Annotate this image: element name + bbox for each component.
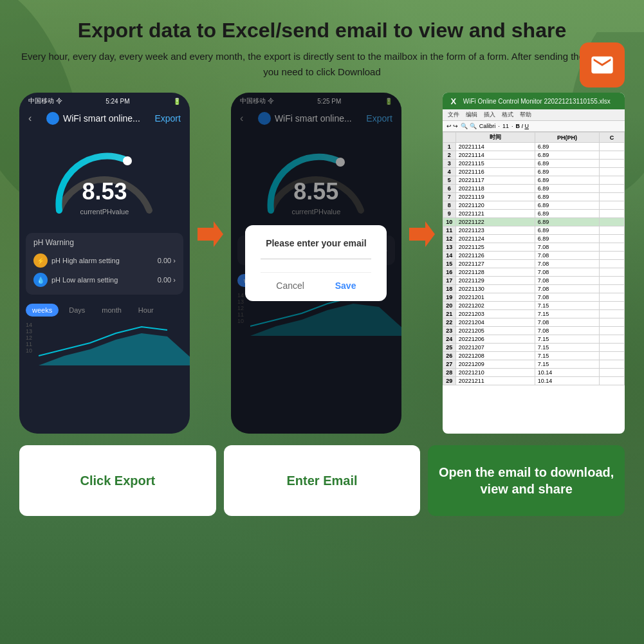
table-row: 19202212017.08 bbox=[443, 293, 624, 302]
phone1-warning: pH Warning ⚡ pH High alarm setting 0.00 … bbox=[26, 233, 183, 295]
chart-svg-1 bbox=[39, 324, 190, 365]
card-open-email: Open the email to download, view and sha… bbox=[428, 445, 625, 516]
dialog-title: Please enter your email bbox=[261, 238, 371, 248]
table-row: 22202212047.08 bbox=[443, 318, 624, 327]
table-row: 9202211216.89 bbox=[443, 210, 624, 218]
table-row: 5202211176.89 bbox=[443, 176, 624, 185]
phone1-gauge: 8.53 currentPHvalue bbox=[19, 130, 190, 233]
table-row: 3202211156.89 bbox=[443, 160, 624, 168]
tab-hour[interactable]: Hour bbox=[132, 304, 160, 317]
table-row: 6202211186.89 bbox=[443, 185, 624, 193]
tab-weeks[interactable]: weeks bbox=[26, 304, 59, 317]
table-row: 11202211236.89 bbox=[443, 226, 624, 235]
table-row: 20202212027.15 bbox=[443, 302, 624, 310]
excel-title-bar: X WiFi Online Control Monitor 2202212131… bbox=[443, 93, 625, 109]
table-row: 12202211246.89 bbox=[443, 235, 624, 243]
excel-grid: 时间 PH(PH) C 1202211146.892202211146.8932… bbox=[443, 132, 625, 385]
page-title: Export data to Excel/send email to view … bbox=[19, 18, 625, 42]
email-icon bbox=[580, 42, 625, 87]
warning-orange-dot: ⚡ bbox=[33, 253, 48, 268]
email-input-line[interactable] bbox=[261, 259, 371, 259]
table-row: 4202211166.89 bbox=[443, 168, 624, 176]
phone1-chart: 1413121110 bbox=[19, 320, 190, 365]
table-row: 24202212067.15 bbox=[443, 335, 624, 344]
table-row: 2202211146.89 bbox=[443, 151, 624, 160]
table-row: 18202211307.08 bbox=[443, 285, 624, 293]
excel-menu-bar: 文件 编辑 插入 格式 帮助 bbox=[443, 109, 625, 121]
email-dialog: Please enter your email Cancel Save bbox=[245, 225, 387, 301]
save-button[interactable]: Save bbox=[335, 281, 356, 291]
table-row: 27202212097.15 bbox=[443, 360, 624, 369]
table-row: 8202211206.89 bbox=[443, 201, 624, 210]
table-row: 292022121110.14 bbox=[443, 377, 624, 385]
excel-mockup: X WiFi Online Control Monitor 2202212131… bbox=[443, 93, 625, 434]
table-row: 282022121010.14 bbox=[443, 369, 624, 377]
warning-high: ⚡ pH High alarm setting 0.00 › bbox=[33, 251, 176, 270]
card-enter-email: Enter Email bbox=[224, 445, 421, 516]
arrow-1 bbox=[198, 221, 223, 247]
excel-toolbar: ↩ ↪ 🔍 🔍 Calibri · 11 · B I U bbox=[443, 121, 625, 132]
phone1-mockup: 中国移动 令 5:24 PM 🔋 ‹ WiFi smart online... … bbox=[19, 93, 190, 434]
page-subtitle: Every hour, every day, every week and ev… bbox=[19, 49, 625, 80]
excel-x-icon: X bbox=[448, 95, 459, 107]
warning-blue-dot: 💧 bbox=[33, 273, 48, 287]
card-click-export: Click Export bbox=[19, 445, 216, 516]
table-row: 23202212057.08 bbox=[443, 327, 624, 335]
table-row: 15202211277.08 bbox=[443, 260, 624, 268]
bottom-cards: Click Export Enter Email Open the email … bbox=[19, 445, 625, 516]
phone2-mockup: 中国移动 令 5:25 PM 🔋 ‹ WiFi smart online... … bbox=[231, 93, 401, 434]
tab-month[interactable]: month bbox=[95, 304, 128, 317]
table-row: 26202212087.15 bbox=[443, 352, 624, 360]
svg-marker-4 bbox=[198, 221, 223, 247]
table-row: 13202211257.08 bbox=[443, 243, 624, 252]
tab-days[interactable]: Days bbox=[62, 304, 91, 317]
table-row: 10202211226.89 bbox=[443, 218, 624, 226]
email-dialog-overlay: Please enter your email Cancel Save bbox=[231, 93, 401, 434]
svg-point-2 bbox=[123, 156, 132, 165]
table-row: 14202211267.08 bbox=[443, 252, 624, 260]
svg-marker-7 bbox=[409, 221, 435, 247]
phone1-tabs: weeks Days month Hour bbox=[19, 300, 190, 320]
back-icon: ‹ bbox=[28, 113, 32, 124]
table-row: 21202212037.15 bbox=[443, 310, 624, 318]
phone1-status-bar: 中国移动 令 5:24 PM 🔋 bbox=[19, 93, 190, 109]
dialog-buttons: Cancel Save bbox=[261, 272, 371, 291]
table-row: 1202211146.89 bbox=[443, 143, 624, 151]
table-row: 17202211297.08 bbox=[443, 277, 624, 285]
phones-row: 中国移动 令 5:24 PM 🔋 ‹ WiFi smart online... … bbox=[19, 93, 625, 434]
table-row: 16202211287.08 bbox=[443, 268, 624, 277]
svg-marker-3 bbox=[39, 333, 190, 365]
arrow-2 bbox=[409, 221, 435, 247]
cancel-button[interactable]: Cancel bbox=[276, 281, 304, 291]
page-header: Export data to Excel/send email to view … bbox=[19, 18, 625, 80]
app-icon bbox=[46, 112, 59, 125]
table-row: 25202212077.15 bbox=[443, 344, 624, 352]
warning-low: 💧 pH Low alarm setting 0.00 › bbox=[33, 270, 176, 290]
table-row: 7202211196.89 bbox=[443, 193, 624, 201]
phone1-header: ‹ WiFi smart online... Export bbox=[19, 109, 190, 130]
